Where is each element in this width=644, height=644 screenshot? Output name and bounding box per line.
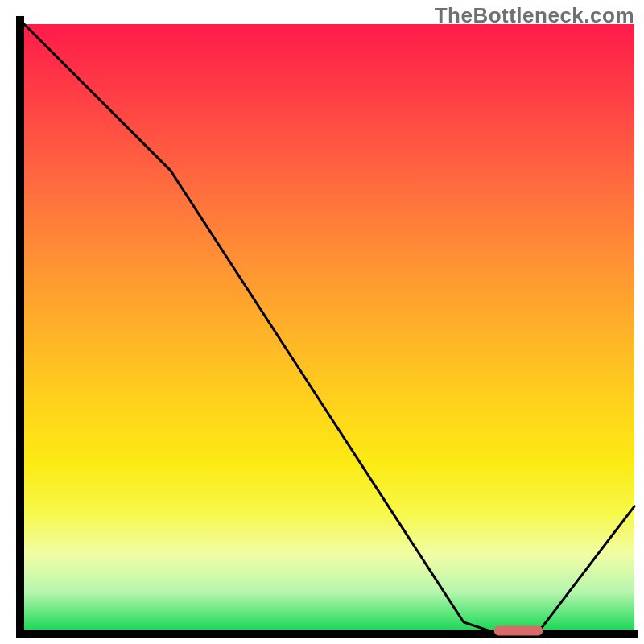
curve-layer [24,24,634,634]
recommended-range-marker [494,626,543,636]
y-axis [16,16,24,638]
chart-stage: TheBottleneck.com [0,0,644,644]
watermark-label: TheBottleneck.com [435,3,634,28]
bottleneck-curve [24,24,634,634]
